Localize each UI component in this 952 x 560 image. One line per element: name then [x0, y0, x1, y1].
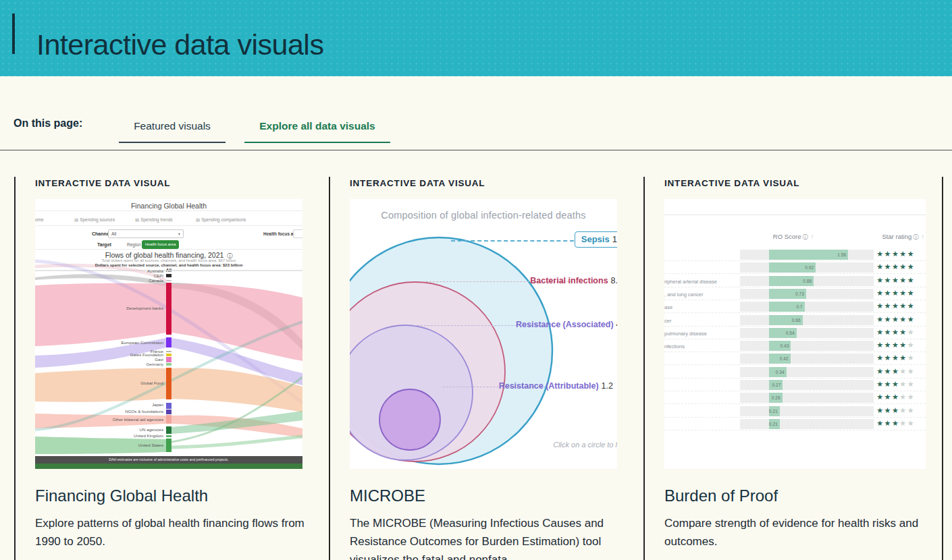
table-row[interactable]: 0.34 ★★★★★: [664, 366, 926, 379]
fgh-footnote-bar: DAH estimates are inclusive of administr…: [35, 456, 302, 464]
card-title-microbe[interactable]: MICROBE: [350, 486, 643, 505]
fgh-chart-subtitle-1: Total dollars spent for all sources, cha…: [35, 258, 302, 262]
score-bar: 0.43: [769, 341, 791, 351]
score-value: 0.21: [769, 409, 778, 414]
bacterial-infections-callout[interactable]: Bacterial infections8.8: [530, 276, 617, 285]
table-row[interactable]: , and lung cancer 0.73 ★★★★★: [664, 287, 926, 300]
score-bar: 1.56: [769, 250, 848, 260]
score-value: 0.26: [772, 395, 781, 400]
star-rating: ★★★★★: [876, 406, 915, 415]
row-label: , and lung cancer: [664, 291, 704, 298]
sepsis-callout[interactable]: Sepsis13.6: [575, 231, 617, 248]
star-rating: ★★★★★: [876, 341, 915, 349]
score-bar: 0.66: [769, 315, 803, 325]
resistance-attributable-callout[interactable]: Resistance (Attributable)1.2: [499, 381, 613, 391]
star-rating: ★★★★★: [876, 250, 915, 258]
grid-icon: ▤: [74, 217, 78, 222]
star-rating: ★★★★★: [876, 419, 915, 428]
score-bar-track: 0.26: [740, 393, 874, 403]
score-bar: 0.88: [769, 276, 814, 286]
score-value: 0.54: [786, 331, 795, 335]
table-row[interactable]: 0.21 ★★★★★: [664, 418, 926, 430]
score-bar: 0.42: [769, 354, 791, 364]
table-row[interactable]: ase 0.7 ★★★★★: [664, 300, 926, 313]
fgh-health-focus-area-button[interactable]: Health focus area: [142, 240, 179, 249]
grid-icon: ▤: [196, 217, 200, 222]
score-bar-track: 0.43: [740, 341, 874, 351]
table-row[interactable]: 0.26 ★★★★★: [664, 391, 926, 404]
star-rating: ★★★★★: [876, 367, 915, 376]
score-bar-track: 0.42: [740, 354, 874, 364]
card-title-burden-of-proof[interactable]: Burden of Proof: [664, 486, 942, 505]
fgh-nav-spending-trends[interactable]: ▤Spending trends: [135, 217, 173, 223]
score-bar-track: 0.27: [740, 380, 874, 390]
score-bar-track: 0.21: [740, 406, 874, 416]
table-row[interactable]: cer 0.66 ★★★★★: [664, 314, 926, 327]
microbe-hint-text: Click on a circle to l: [553, 441, 617, 449]
fgh-thumbnail[interactable]: Financing Global Health ome ▤Spending so…: [35, 199, 302, 469]
table-row[interactable]: 1.56 ★★★★★: [664, 248, 926, 261]
card-eyebrow: INTERACTIVE DATA VISUAL: [664, 178, 942, 188]
table-row[interactable]: ripheral arterial disease 0.88 ★★★★★: [664, 275, 926, 287]
score-value: 0.92: [805, 265, 814, 270]
fgh-channel-select[interactable]: All ▾: [108, 229, 184, 238]
score-bar: 0.27: [769, 380, 783, 390]
card-description: Compare strength of evidence for health …: [664, 514, 944, 551]
star-rating: ★★★★★: [876, 302, 915, 310]
star-rating: ★★★★★: [876, 380, 915, 389]
card-title-financing-global-health[interactable]: Financing Global Health: [35, 486, 329, 505]
fgh-nav-spending-sources[interactable]: ▤Spending sources: [74, 217, 115, 223]
card-microbe[interactable]: INTERACTIVE DATA VISUAL Composition of g…: [329, 177, 643, 560]
score-bar: 0.26: [769, 393, 783, 403]
tab-featured-visuals[interactable]: Featured visuals: [119, 120, 226, 143]
row-label: nfections: [664, 343, 685, 349]
fgh-app-title: Financing Global Health: [35, 202, 302, 210]
score-value: 0.43: [781, 343, 789, 348]
row-label: pulmonary disease: [664, 331, 707, 337]
table-row[interactable]: 0.27 ★★★★★: [664, 379, 926, 391]
score-value: 0.88: [803, 279, 812, 283]
row-label: cer: [664, 318, 671, 324]
fgh-health-focus-select[interactable]: [293, 229, 302, 238]
score-bar: 0.54: [769, 328, 797, 338]
card-burden-of-proof[interactable]: INTERACTIVE DATA VISUAL RO Scoreⓘ↑ Star …: [643, 177, 943, 560]
fgh-nav-home[interactable]: ome: [35, 217, 44, 222]
resistance-attributable-circle: [379, 389, 440, 450]
score-bar-track: 0.66: [740, 315, 874, 325]
page-title: Interactive data visuals: [36, 28, 323, 61]
table-row[interactable]: 0.92 ★★★★★: [664, 261, 926, 274]
table-row[interactable]: pulmonary disease 0.54 ★★★★★: [664, 327, 926, 339]
score-bar: 0.21: [769, 419, 780, 429]
on-this-page-label: On this page:: [14, 117, 82, 130]
table-row[interactable]: 0.42 ★★★★★: [664, 352, 926, 365]
score-value: 0.34: [776, 370, 785, 374]
fgh-target-label: Target: [97, 242, 111, 247]
table-row[interactable]: 0.21 ★★★★★: [664, 405, 926, 418]
microbe-thumbnail[interactable]: Composition of global infection-related …: [350, 199, 617, 469]
score-value: 0.27: [772, 383, 781, 387]
table-row[interactable]: nfections 0.43 ★★★★★: [664, 339, 926, 352]
fgh-nav-spending-comparisons[interactable]: ▤Spending comparisons: [196, 217, 246, 223]
score-bar: 0.21: [769, 406, 780, 416]
section-divider: [0, 150, 952, 150]
fgh-sankey-flows: [35, 199, 302, 469]
score-bar-track: 1.56: [740, 250, 874, 260]
score-bar-track: 0.92: [740, 262, 874, 273]
score-value: 0.42: [780, 356, 789, 361]
card-financing-global-health[interactable]: INTERACTIVE DATA VISUAL Financing Global…: [14, 177, 329, 560]
score-value: 0.66: [792, 318, 801, 323]
card-eyebrow: INTERACTIVE DATA VISUAL: [350, 178, 643, 188]
tab-explore-all-data-visuals[interactable]: Explore all data visuals: [244, 120, 390, 143]
card-eyebrow: INTERACTIVE DATA VISUAL: [35, 178, 329, 188]
score-value: 1.56: [837, 252, 846, 257]
hero-banner: Interactive data visuals: [0, 0, 952, 76]
star-rating: ★★★★★: [876, 315, 915, 324]
bop-thumbnail[interactable]: RO Scoreⓘ↑ Star ratingⓘ↑ 1.56 ★★★★★: [664, 199, 926, 469]
score-bar-track: 0.88: [740, 276, 874, 286]
card-description: The MICROBE (Measuring Infectious Causes…: [350, 514, 635, 560]
resistance-associated-callout[interactable]: Resistance (Associated)4.9: [516, 320, 617, 329]
score-bar: 0.73: [769, 289, 806, 299]
score-bar: 0.7: [769, 302, 805, 312]
fgh-target-region-option[interactable]: Region: [127, 242, 141, 247]
score-bar: 0.92: [769, 262, 816, 273]
